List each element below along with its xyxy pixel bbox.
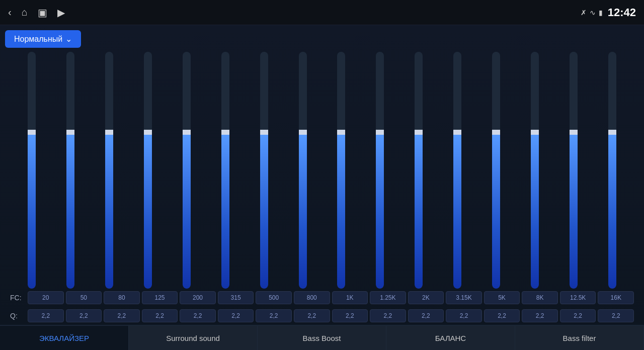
slider-track-2[interactable]: [105, 52, 113, 289]
fc-buttons: 2050801252003155008001K1.25K2K3.15K5K8K1…: [28, 291, 634, 304]
slider-track-7[interactable]: [299, 52, 307, 289]
tab-bass-boost[interactable]: Bass Boost: [258, 326, 386, 350]
slider-track-wrapper-12: [489, 52, 503, 289]
home-icon[interactable]: ⌂: [22, 7, 28, 18]
square-icon[interactable]: ▣: [38, 7, 47, 19]
slider-thumb-1[interactable]: [66, 130, 74, 135]
slider-thumb-2[interactable]: [105, 130, 113, 135]
fc-button-1[interactable]: 50: [66, 291, 102, 304]
slider-track-wrapper-10: [412, 52, 426, 289]
q-button-7[interactable]: 2,2: [294, 309, 330, 322]
fc-button-6[interactable]: 500: [256, 291, 292, 304]
bluetooth-icon: ✗: [581, 9, 587, 17]
q-button-1[interactable]: 2,2: [66, 309, 102, 322]
slider-col-9: [361, 52, 399, 289]
slider-col-6: [245, 52, 283, 289]
slider-thumb-8[interactable]: [337, 130, 345, 135]
q-button-11[interactable]: 2,2: [446, 309, 482, 322]
tab-surround[interactable]: Surround sound: [129, 326, 258, 350]
fc-button-3[interactable]: 125: [142, 291, 178, 304]
fc-button-13[interactable]: 8K: [522, 291, 558, 304]
slider-track-5[interactable]: [221, 52, 229, 289]
slider-track-11[interactable]: [453, 52, 461, 289]
slider-track-1[interactable]: [66, 52, 74, 289]
slider-fill-12: [492, 135, 500, 289]
slider-track-wrapper-4: [180, 52, 194, 289]
q-button-15[interactable]: 2,2: [598, 309, 634, 322]
q-button-8[interactable]: 2,2: [332, 309, 368, 322]
play-icon[interactable]: ▶: [57, 7, 65, 19]
q-button-4[interactable]: 2,2: [180, 309, 216, 322]
fc-button-0[interactable]: 20: [28, 291, 64, 304]
fc-button-12[interactable]: 5K: [484, 291, 520, 304]
slider-col-14: [554, 52, 593, 289]
fc-button-7[interactable]: 800: [294, 291, 330, 304]
slider-thumb-3[interactable]: [144, 130, 152, 135]
slider-col-0: [13, 52, 51, 289]
slider-thumb-4[interactable]: [183, 130, 191, 135]
slider-track-10[interactable]: [415, 52, 423, 289]
slider-thumb-6[interactable]: [260, 130, 268, 135]
slider-track-wrapper-8: [334, 52, 348, 289]
slider-track-0[interactable]: [28, 52, 36, 289]
q-button-3[interactable]: 2,2: [142, 309, 178, 322]
slider-col-5: [206, 52, 245, 289]
fc-button-14[interactable]: 12.5K: [560, 291, 596, 304]
q-button-13[interactable]: 2,2: [522, 309, 558, 322]
q-button-9[interactable]: 2,2: [370, 309, 406, 322]
slider-thumb-9[interactable]: [376, 130, 384, 135]
q-button-0[interactable]: 2,2: [28, 309, 64, 322]
slider-thumb-5[interactable]: [221, 130, 229, 135]
slider-thumb-11[interactable]: [453, 130, 461, 135]
preset-button[interactable]: Нормальный ⌄: [5, 30, 81, 48]
q-button-12[interactable]: 2,2: [484, 309, 520, 322]
slider-thumb-0[interactable]: [28, 130, 36, 135]
slider-thumb-13[interactable]: [531, 130, 539, 135]
slider-fill-10: [415, 135, 423, 289]
fc-button-10[interactable]: 2K: [408, 291, 444, 304]
tab-bass-filter[interactable]: Bass filter: [515, 326, 644, 350]
slider-thumb-12[interactable]: [492, 130, 500, 135]
q-button-10[interactable]: 2,2: [408, 309, 444, 322]
fc-button-5[interactable]: 315: [218, 291, 254, 304]
slider-track-12[interactable]: [492, 52, 500, 289]
slider-track-14[interactable]: [570, 52, 578, 289]
slider-col-7: [283, 52, 322, 289]
slider-track-wrapper-15: [605, 52, 619, 289]
slider-track-3[interactable]: [144, 52, 152, 289]
slider-thumb-10[interactable]: [415, 130, 423, 135]
slider-fill-8: [337, 135, 345, 289]
slider-col-15: [593, 52, 631, 289]
fc-button-2[interactable]: 80: [104, 291, 140, 304]
slider-track-13[interactable]: [531, 52, 539, 289]
slider-track-4[interactable]: [183, 52, 191, 289]
connectivity-icons: ✗ ∿ ▮: [581, 9, 603, 17]
slider-track-15[interactable]: [608, 52, 616, 289]
slider-track-8[interactable]: [337, 52, 345, 289]
slider-track-wrapper-3: [141, 52, 155, 289]
preset-arrow-icon: ⌄: [65, 34, 72, 44]
fc-label: FC:: [10, 294, 28, 302]
q-button-5[interactable]: 2,2: [218, 309, 254, 322]
fc-button-9[interactable]: 1.25K: [370, 291, 406, 304]
fc-button-4[interactable]: 200: [180, 291, 216, 304]
nav-controls: ‹ ⌂ ▣ ▶: [8, 7, 65, 19]
q-button-2[interactable]: 2,2: [104, 309, 140, 322]
slider-fill-2: [105, 135, 113, 289]
tab-balance[interactable]: БАЛАНС: [386, 326, 515, 350]
slider-col-12: [477, 52, 516, 289]
slider-track-wrapper-1: [63, 52, 77, 289]
q-button-14[interactable]: 2,2: [560, 309, 596, 322]
fc-button-11[interactable]: 3.15K: [446, 291, 482, 304]
slider-track-9[interactable]: [376, 52, 384, 289]
slider-track-6[interactable]: [260, 52, 268, 289]
slider-thumb-14[interactable]: [570, 130, 578, 135]
main-content: Нормальный ⌄ FC: 2050801252003155008001K…: [0, 25, 644, 325]
slider-thumb-15[interactable]: [608, 130, 616, 135]
q-button-6[interactable]: 2,2: [256, 309, 292, 322]
back-icon[interactable]: ‹: [8, 7, 12, 18]
fc-button-8[interactable]: 1K: [332, 291, 368, 304]
tab-equalizer[interactable]: ЭКВАЛАЙЗЕР: [0, 326, 129, 350]
fc-button-15[interactable]: 16K: [598, 291, 634, 304]
slider-thumb-7[interactable]: [299, 130, 307, 135]
